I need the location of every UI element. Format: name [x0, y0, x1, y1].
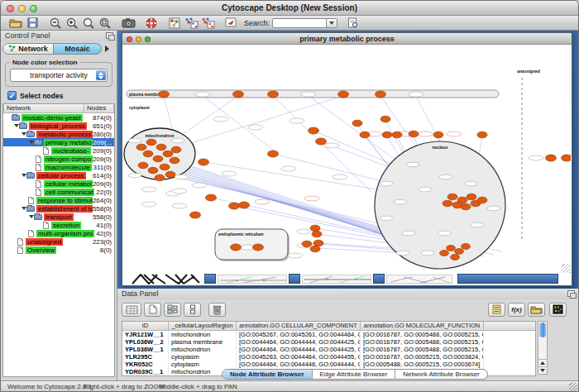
scroll-down-icon[interactable] [538, 366, 547, 374]
tree-row[interactable]: secretion41(0) [3, 221, 114, 229]
annotation-button[interactable] [223, 17, 239, 30]
vizmapper-icon [169, 17, 180, 29]
layout-settings-button[interactable] [199, 17, 216, 30]
unselect-all-attributes-button[interactable] [184, 303, 201, 317]
tree-row[interactable]: macromolecule311(0) [3, 163, 114, 171]
import-attributes-button[interactable] [528, 303, 545, 317]
delete-attribute-button[interactable] [208, 303, 226, 317]
tree-row[interactable]: unassigned223(0) [3, 237, 114, 246]
scroll-up-icon[interactable] [538, 359, 547, 366]
table-row[interactable]: YJR121W__1mitochondrion[GO:0045267, GO:0… [122, 331, 535, 338]
close-icon[interactable] [7, 5, 14, 12]
zoom-window-icon[interactable] [145, 36, 151, 42]
minimized-window-preview[interactable] [302, 275, 371, 284]
minimized-window-preview[interactable] [386, 275, 452, 284]
tab-network-attribute-browser[interactable]: Network Attribute Browser [395, 370, 486, 379]
minimized-window-titlebar[interactable] [457, 274, 558, 284]
tab-mosaic[interactable]: Mosaic [54, 43, 102, 55]
cytoplasm-label: cytoplasm [129, 105, 150, 110]
minimize-icon[interactable] [136, 36, 141, 42]
tree-header-nodes[interactable]: Nodes [84, 104, 114, 113]
zoom-fit-button[interactable] [80, 17, 97, 30]
tree-row[interactable]: response to stimulu264(0) [3, 196, 114, 204]
tree-row[interactable]: cell communicat22(0) [3, 188, 114, 196]
formula-button[interactable]: f(x) [508, 303, 525, 317]
tree-row-selected[interactable]: primary metabo209(... [3, 138, 114, 146]
tree-row[interactable]: cellular metabol209(0) [3, 179, 114, 188]
window-resize-grip[interactable] [562, 264, 571, 273]
tree-row[interactable]: mosaic-demo-yeast874(0) [3, 113, 114, 122]
expand-arrow-icon[interactable] [28, 141, 34, 144]
resize-grip[interactable] [569, 383, 577, 391]
tree-row[interactable]: nucleobase-209(0) [3, 146, 114, 155]
expand-arrow-icon[interactable] [13, 124, 19, 127]
expand-arrow-icon[interactable] [21, 132, 26, 136]
zoom-in-button[interactable] [64, 17, 80, 30]
table-row[interactable]: YPL036W__2plasma membrane[GO:0044464, GO… [122, 338, 535, 346]
save-session-button[interactable] [24, 17, 41, 30]
expand-arrow-icon[interactable] [21, 207, 26, 210]
tree-row[interactable]: cellular process614(0) [3, 171, 114, 179]
minimized-window-icon[interactable] [289, 274, 300, 284]
tree-row[interactable]: establishment of lo558(0) [3, 204, 114, 213]
tree-row[interactable]: nitrogen compo209(0) [3, 155, 114, 163]
desktop-bottom-strip [123, 273, 571, 284]
tree-row[interactable]: metabolic process280(0) [3, 130, 114, 138]
select-nodes-checkbox[interactable]: ✓ [7, 91, 17, 100]
node-color-select[interactable]: transporter activity [10, 69, 108, 82]
select-attributes-button[interactable] [122, 303, 141, 317]
search-options-button[interactable] [344, 17, 361, 30]
attribute-batch-button[interactable] [488, 303, 505, 317]
minimized-window-icon[interactable] [204, 274, 216, 284]
search-input[interactable] [272, 18, 327, 28]
column-header[interactable]: annotation.GO MOLECULAR_FUNCTION [361, 322, 484, 331]
layout-settings-icon [201, 17, 215, 29]
network-window-titlebar[interactable]: primary metabolic process [122, 33, 572, 45]
attribute-grid-icon [126, 305, 138, 314]
zoom-window-icon[interactable] [30, 5, 37, 12]
tab-network[interactable]: Network [2, 43, 54, 55]
minimized-window-icon[interactable] [373, 274, 385, 284]
float-panel-icon[interactable] [106, 32, 113, 39]
vizmapper-button[interactable] [166, 17, 183, 30]
table-row[interactable]: YPL036W__1mitochondrion[GO:0044464, GO:0… [122, 346, 535, 353]
column-header[interactable]: ID [122, 322, 169, 331]
tree-header-network[interactable]: Network [3, 104, 84, 113]
column-header[interactable]: _cellularLayoutRegion [169, 322, 237, 331]
window-titlebar[interactable]: Cytoscape Desktop (New Session) [1, 1, 578, 16]
column-header[interactable]: annotation.GO CELLULAR_COMPONENT [237, 322, 361, 331]
nucleus-label: nucleus [433, 145, 448, 150]
minimized-window-preview[interactable] [218, 275, 287, 284]
float-panel-icon[interactable] [567, 290, 575, 297]
tree-row[interactable]: multi-organism pro42(0) [3, 229, 114, 237]
search-dropdown[interactable] [327, 18, 337, 28]
document-icon [17, 246, 23, 254]
tab-overflow-button[interactable] [102, 43, 112, 55]
tab-edge-attribute-browser[interactable]: Edge Attribute Browser [313, 370, 396, 379]
close-icon[interactable] [127, 36, 132, 42]
expand-arrow-icon[interactable] [28, 215, 34, 218]
network-canvas[interactable]: nucleus mitochondrion plasma membrane cy… [123, 45, 571, 273]
tab-node-attribute-browser[interactable]: Node Attribute Browser [223, 370, 313, 379]
tree-label: multi-organism pro [36, 230, 94, 237]
tree-row[interactable]: transport558(0) [3, 213, 114, 221]
attribute-matrix-button[interactable] [549, 303, 567, 317]
layout-apply-button[interactable] [183, 17, 199, 30]
select-all-attributes-button[interactable] [164, 303, 181, 317]
tree-row[interactable]: biological_process651(0) [3, 122, 114, 130]
minimize-icon[interactable] [18, 5, 26, 12]
snapshot-button[interactable] [120, 17, 136, 30]
zoom-out-button[interactable] [47, 17, 64, 30]
zoom-selected-button[interactable] [97, 17, 113, 30]
table-scrollbar[interactable] [538, 321, 548, 375]
table-row[interactable]: YKR052Ccytoplasm[GO:0044464, GO:0044446,… [122, 361, 535, 368]
tree-row[interactable]: Overview8(0) [3, 246, 114, 254]
scrollbar-thumb[interactable] [539, 323, 546, 337]
expand-arrow-icon[interactable] [21, 174, 26, 177]
document-icon [17, 238, 23, 246]
open-session-button[interactable] [7, 17, 24, 30]
help-button[interactable] [143, 17, 160, 30]
new-attribute-button[interactable] [144, 303, 161, 317]
status-pan-hint: Middle-click + drag to PAN [160, 383, 237, 390]
table-row[interactable]: YLR295Ccytoplasm[GO:0045263, GO:0044464,… [122, 353, 535, 361]
